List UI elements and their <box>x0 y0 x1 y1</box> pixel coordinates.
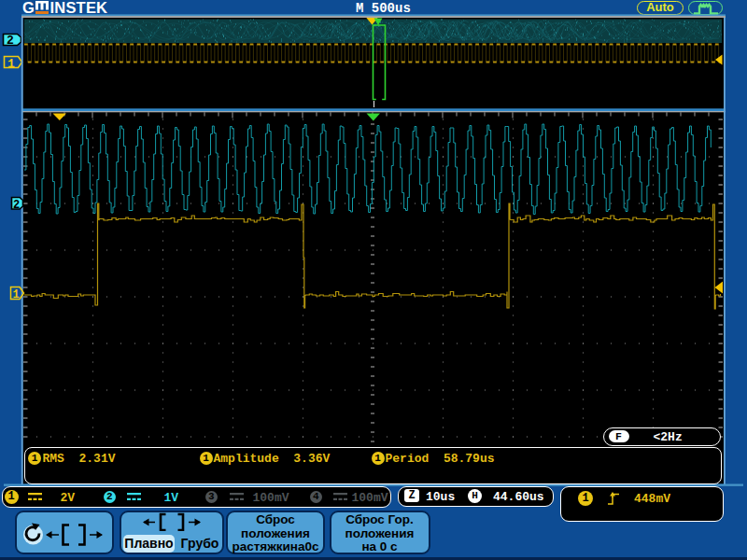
svg-text:1: 1 <box>7 57 15 71</box>
svg-text:2: 2 <box>7 34 14 48</box>
svg-text:2: 2 <box>13 199 20 212</box>
svg-text:1: 1 <box>12 288 19 301</box>
